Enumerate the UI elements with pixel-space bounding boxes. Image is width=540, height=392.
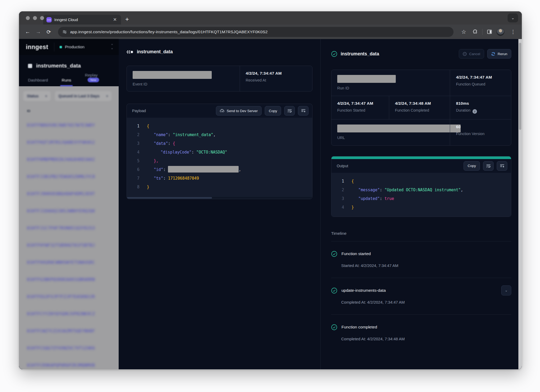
- side-panel-icon[interactable]: [487, 29, 492, 35]
- run-title: instruments_data: [341, 51, 379, 57]
- url-text[interactable]: app.inngest.com/env/production/functions…: [70, 30, 268, 34]
- profile-avatar[interactable]: [496, 28, 504, 36]
- step-success-icon: [331, 288, 337, 294]
- rerun-button[interactable]: Rerun: [487, 49, 511, 59]
- step-success-icon: [331, 251, 337, 257]
- function-name: instruments_data: [36, 63, 81, 69]
- completed-value: 4/2/24, 7:34:48 AM: [395, 101, 444, 106]
- url-bar[interactable]: app.inngest.com/env/production/functions…: [58, 27, 454, 37]
- code-line: 5},: [127, 157, 312, 165]
- output-copy-button[interactable]: Copy: [464, 161, 480, 171]
- tab-title: Inngest Cloud: [54, 18, 109, 22]
- environment-selector[interactable]: Production: [65, 45, 111, 49]
- run-id-row[interactable]: 01HTFJ3B1PB27EWGK5Z0M6JYC8: [19, 168, 119, 185]
- run-id-row[interactable]: 01HTFCR9KAPQP0R6PZK3MQNMXB: [19, 357, 119, 369]
- info-icon[interactable]: i: [472, 109, 477, 114]
- back-button[interactable]: ←: [23, 29, 32, 35]
- tab-replay[interactable]: ReplayNew: [85, 73, 110, 86]
- completed-label: Function Completed: [395, 108, 444, 112]
- time-range-filter-dropdown[interactable]: Queued in Last 3 Days▾: [55, 91, 112, 101]
- payload-code[interactable]: 1{2"name": "instrument_data",3"data": {4…: [127, 118, 312, 196]
- tab-runs[interactable]: Runs: [62, 78, 71, 86]
- step-success-icon: [331, 324, 337, 330]
- timeline-item: update-instruments-dataCompleted At: 4/2…: [331, 278, 515, 314]
- zoom-window-button[interactable]: [40, 16, 44, 20]
- payload-copy-button[interactable]: Copy: [265, 106, 281, 116]
- event-icon: [127, 50, 133, 54]
- url-label: URL: [337, 136, 444, 140]
- run-id-row[interactable]: 01HTFN86XV8CXW87657W7E3WDY: [19, 117, 119, 134]
- traffic-lights[interactable]: [26, 16, 44, 20]
- scroll-to-bottom-icon[interactable]: [298, 106, 308, 116]
- run-id-row[interactable]: 01HTFHXGR0CWNHSWYETSNAVGRC: [19, 254, 119, 271]
- scroll-to-bottom-icon[interactable]: [497, 161, 507, 171]
- function-icon: [28, 64, 32, 68]
- payload-horizontal-scrollbar[interactable]: [127, 196, 312, 199]
- reload-button[interactable]: ⟳: [44, 29, 53, 35]
- cancel-icon: [463, 52, 467, 56]
- run-id-row[interactable]: 01HTFKQT1M7RSJQABEXYF0K0S2: [19, 134, 119, 151]
- run-id-row[interactable]: 01HTFEG3FVJP7FZJP7EA5KN3JR: [19, 288, 119, 305]
- timeline-item-timestamp: Started At: 4/2/2024, 7:34:47 AM: [341, 263, 511, 268]
- run-id-label: Run ID: [337, 86, 444, 90]
- timeline-header: Timeline: [331, 231, 515, 236]
- started-label: Function Started: [337, 108, 383, 112]
- timeline-item: Function startedStarted At: 4/2/2024, 7:…: [331, 241, 515, 278]
- duration-label: Durationi: [456, 108, 505, 114]
- word-wrap-icon[interactable]: [284, 106, 295, 116]
- version-value: 60: [456, 125, 505, 129]
- event-title: instrument_data: [137, 49, 173, 55]
- run-id-row[interactable]: 01HTFCYYZ0YQYGDKJVP82NKXCZ: [19, 305, 119, 322]
- code-line: 1{: [127, 122, 312, 131]
- extensions-icon[interactable]: [472, 29, 478, 35]
- timeline-item-title: Function completed: [341, 325, 377, 329]
- forward-button[interactable]: →: [34, 29, 43, 35]
- run-id-row[interactable]: 01HTFJ9HHVE0BQ48AP4DM13E9T: [19, 185, 119, 202]
- output-code[interactable]: 1{2"message": "Updated OCTO:NASDAQ instr…: [331, 173, 511, 217]
- code-line: 4}: [331, 203, 511, 212]
- run-id-row[interactable]: 01HTFKMBPMDDZAJ4AG04KD3A02: [19, 151, 119, 168]
- send-to-dev-server-button[interactable]: Send to Dev Server: [216, 106, 262, 116]
- code-line: 2"message": "Updated OCTO:NASDAQ instrum…: [331, 186, 511, 194]
- started-value: 4/2/24, 7:34:47 AM: [337, 101, 383, 106]
- timeline-expand-button[interactable]: ⌄: [501, 285, 511, 295]
- toolbar-divider: [482, 29, 483, 35]
- run-id-row[interactable]: 01HTFJ1DA6Q238SJWNHYE9Q2Q0: [19, 202, 119, 219]
- timeline-list: Function startedStarted At: 4/2/2024, 7:…: [331, 241, 515, 351]
- code-line: 1{: [331, 177, 511, 186]
- run-id-row[interactable]: 01HTFCSQG7ZYVXNZVC7VT1Z4K6: [19, 340, 119, 357]
- browser-tab[interactable]: Inngest Cloud ✕: [43, 15, 121, 25]
- word-wrap-icon[interactable]: [483, 161, 494, 171]
- run-id-row[interactable]: 01HTFHYWF32TSB9HGT01F5BTBJ: [19, 237, 119, 254]
- close-window-button[interactable]: [26, 16, 30, 20]
- run-id-row[interactable]: 01HTFG3BKPQSR0EAA91GBRARRN: [19, 271, 119, 288]
- scrollbar-thumb[interactable]: [519, 43, 521, 130]
- new-tab-button[interactable]: +: [125, 16, 129, 23]
- tab-dashboard[interactable]: Dashboard: [28, 78, 48, 86]
- output-success-bar: [331, 156, 511, 159]
- run-id-row[interactable]: 01HTFJ1C7FHF7RVN051Q3YD2S3: [19, 219, 119, 237]
- event-id-label: Event ID: [133, 82, 234, 86]
- received-at-value: 4/2/24, 7:34:47 AM: [246, 71, 282, 76]
- environment-unfold-icon[interactable]: ⌃⌄: [111, 44, 113, 49]
- run-id-row[interactable]: 01HTFCWZ7CZ2X3AZM75QEYNH8F: [19, 322, 119, 340]
- tab-search-chevron-icon[interactable]: ⌄: [508, 13, 518, 22]
- cancel-button[interactable]: Cancel: [459, 49, 484, 59]
- tab-close-icon[interactable]: ✕: [112, 17, 118, 22]
- rerun-icon: [491, 52, 495, 56]
- runs-list-panel: Status▾ Queued in Last 3 Days▾ ID 01HTFN…: [19, 86, 119, 369]
- cloud-icon: [220, 109, 224, 113]
- redacted-value: [168, 166, 239, 173]
- menu-dots-icon[interactable]: ⋮: [509, 29, 518, 35]
- status-filter-dropdown[interactable]: Status▾: [23, 91, 51, 101]
- inngest-favicon-icon: [46, 17, 52, 22]
- function-tabs: Dashboard Runs ReplayNew: [19, 75, 119, 86]
- queued-label: Function Queued: [456, 82, 505, 86]
- minimize-window-button[interactable]: [33, 16, 37, 20]
- inngest-logo[interactable]: inngest: [26, 44, 48, 51]
- code-line: 3"data": {: [127, 139, 312, 148]
- vertical-scrollbar[interactable]: [518, 39, 522, 369]
- site-settings-icon[interactable]: [62, 30, 67, 34]
- bookmark-star-icon[interactable]: ☆: [459, 29, 468, 35]
- tab-strip: Inngest Cloud ✕ + ⌄: [19, 11, 522, 25]
